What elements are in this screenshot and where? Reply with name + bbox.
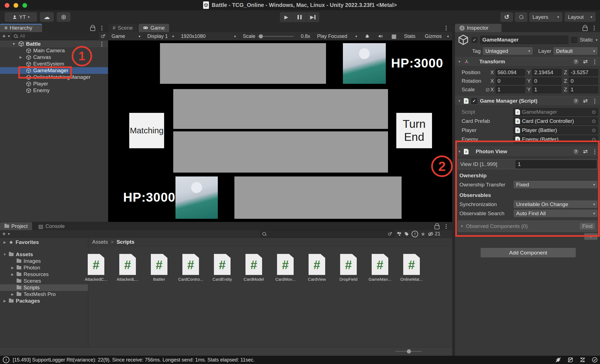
- layers-dropdown[interactable]: Layers ▾: [529, 12, 562, 22]
- kebab-menu-icon[interactable]: ⋮: [443, 25, 449, 31]
- close-window-button[interactable]: [5, 3, 9, 8]
- playmode-behavior-dropdown[interactable]: Play Focused ▾: [314, 32, 361, 40]
- tree-folder-photon[interactable]: ▶ Photon: [0, 264, 88, 271]
- foldout-closed-icon[interactable]: ▶: [11, 272, 14, 276]
- foldout-closed-icon[interactable]: ▶: [11, 266, 14, 270]
- find-button[interactable]: Find: [580, 223, 595, 230]
- foldout-open-icon[interactable]: ▼: [458, 150, 461, 154]
- play-button[interactable]: ▶: [280, 12, 293, 22]
- cloud-services-button[interactable]: ☁: [40, 12, 54, 22]
- rotation-z-field[interactable]: 0: [569, 77, 598, 85]
- help-icon[interactable]: ?: [573, 59, 579, 64]
- layer-dropdown[interactable]: Default ▾: [554, 47, 598, 55]
- card-prefab-object-field[interactable]: # Card (Card Controller) ⊙: [513, 117, 598, 125]
- asset-item[interactable]: #Battler: [144, 254, 174, 282]
- foldout-closed-icon[interactable]: ▶: [11, 292, 14, 296]
- auto-refresh-disabled-icon[interactable]: [580, 357, 586, 363]
- debug-toggle[interactable]: [361, 32, 374, 40]
- asset-item[interactable]: #AttackedC...: [81, 254, 111, 282]
- create-plus-icon[interactable]: +: [2, 33, 6, 40]
- asset-item[interactable]: #OnlineMat...: [396, 254, 427, 282]
- display-dropdown[interactable]: Display 1 ▾: [144, 32, 178, 40]
- object-picker-icon[interactable]: ⊙: [592, 136, 596, 142]
- asset-item[interactable]: #CardMov...: [270, 254, 301, 282]
- presets-icon[interactable]: [583, 61, 588, 63]
- view-id-field[interactable]: 1: [516, 160, 597, 168]
- scale-y-field[interactable]: 1: [532, 86, 562, 93]
- asset-item[interactable]: #CardModel: [239, 254, 269, 282]
- undo-history-button[interactable]: ↺: [500, 12, 513, 22]
- lock-icon[interactable]: [435, 225, 439, 229]
- thumbnail-size-slider[interactable]: [395, 351, 422, 352]
- static-checkbox[interactable]: [571, 37, 577, 43]
- add-component-button[interactable]: Add Component: [480, 248, 576, 258]
- help-icon[interactable]: ?: [573, 98, 579, 104]
- presets-icon[interactable]: [583, 100, 588, 102]
- gameobject-cube-icon[interactable]: [458, 34, 469, 45]
- foldout-closed-icon[interactable]: ▶: [3, 299, 7, 303]
- pause-button[interactable]: [293, 12, 306, 22]
- observable-search-dropdown[interactable]: Auto Find All ▾: [514, 210, 598, 217]
- hierarchy-item-onlinematchingmanager[interactable]: OnlineMatchingManager: [0, 74, 108, 80]
- turn-end-button[interactable]: Turn End: [396, 113, 432, 148]
- display-target-dropdown[interactable]: Game ▾: [108, 32, 144, 40]
- position-z-field[interactable]: -3.5257: [569, 69, 598, 76]
- tab-hierarchy[interactable]: ≡ Hierarchy: [0, 24, 42, 32]
- frame-picker-icon[interactable]: [101, 34, 106, 39]
- kebab-menu-icon[interactable]: ⋮: [591, 25, 597, 31]
- debugger-disabled-icon[interactable]: [555, 357, 561, 363]
- object-picker-icon[interactable]: ⊙: [592, 118, 596, 124]
- breadcrumb-current[interactable]: Scripts: [117, 239, 134, 245]
- tab-console[interactable]: ▤ Console: [34, 222, 69, 230]
- presets-icon[interactable]: [583, 150, 588, 153]
- scale-slider[interactable]: [258, 36, 294, 37]
- frame-picker-icon[interactable]: [388, 232, 392, 236]
- tree-favorites[interactable]: ▶ ★ Favorites: [0, 239, 88, 246]
- hierarchy-item-main-camera[interactable]: Main Camera: [0, 47, 108, 54]
- asset-item[interactable]: #GameMan...: [365, 254, 395, 282]
- hierarchy-search[interactable]: [12, 33, 99, 40]
- transform-header[interactable]: ▼ Transform ? ⋮: [455, 57, 600, 67]
- hierarchy-item-player[interactable]: Player: [0, 80, 108, 87]
- kebab-menu-icon[interactable]: ⋮: [99, 41, 105, 47]
- search-by-type-icon[interactable]: [397, 231, 402, 236]
- foldout-open-icon[interactable]: ▼: [12, 42, 15, 46]
- position-y-field[interactable]: 2.19454: [532, 69, 562, 76]
- search-button[interactable]: [515, 12, 527, 22]
- hidden-count-badge[interactable]: 21: [428, 231, 440, 237]
- create-plus-icon[interactable]: +: [2, 230, 6, 238]
- tree-folder-scripts[interactable]: Scripts: [0, 284, 88, 291]
- scale-x-field[interactable]: 1: [496, 86, 525, 93]
- ownership-transfer-dropdown[interactable]: Fixed ▾: [514, 181, 598, 188]
- lock-icon[interactable]: [90, 27, 95, 31]
- rotation-y-field[interactable]: 0: [532, 77, 562, 85]
- zoom-window-button[interactable]: [22, 3, 27, 8]
- asset-item[interactable]: #CardEntity: [207, 254, 237, 282]
- object-picker-icon[interactable]: ⊙: [592, 127, 596, 133]
- hierarchy-search-input[interactable]: [19, 33, 97, 39]
- active-checkbox[interactable]: ✓: [472, 37, 477, 43]
- tree-folder-images[interactable]: Images: [0, 258, 88, 264]
- tab-project[interactable]: Project: [0, 222, 32, 230]
- project-search[interactable]: [260, 230, 394, 237]
- gameobject-name-field[interactable]: GameManager: [480, 36, 568, 44]
- unity-version-button[interactable]: [57, 12, 71, 22]
- foldout-closed-icon[interactable]: ▶: [3, 240, 7, 244]
- status-bar[interactable]: ! [15.493] SupportLogger Rtt(variance): …: [0, 356, 600, 364]
- search-by-label-icon[interactable]: [404, 231, 409, 236]
- kebab-menu-icon[interactable]: ⋮: [592, 148, 598, 155]
- minimize-window-button[interactable]: [14, 3, 18, 8]
- gizmos-dropdown[interactable]: Gizmos ▾: [421, 32, 452, 40]
- tree-assets[interactable]: ▼ Assets: [0, 251, 88, 258]
- hierarchy-item-canvas[interactable]: ▶ Canvas: [0, 54, 108, 61]
- kebab-menu-icon[interactable]: ⋮: [443, 223, 449, 230]
- traffic-lights[interactable]: [5, 3, 27, 8]
- tree-folder-resources[interactable]: ▶ Resources: [0, 271, 88, 278]
- scale-z-field[interactable]: 1: [569, 86, 598, 93]
- tab-game[interactable]: Game: [139, 24, 169, 32]
- vsync-toggle[interactable]: ▦: [387, 32, 401, 40]
- tab-scene[interactable]: # Scene: [108, 24, 137, 32]
- component-enabled-checkbox[interactable]: ✓: [471, 98, 477, 104]
- rotation-x-field[interactable]: 0: [496, 77, 525, 85]
- hierarchy-item-enemy[interactable]: Enemy: [0, 87, 108, 94]
